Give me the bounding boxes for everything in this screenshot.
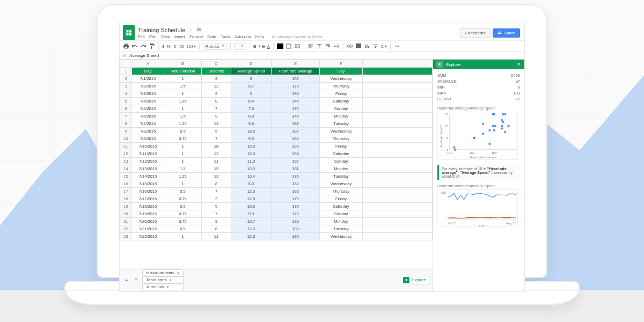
row-header[interactable]: 16 bbox=[120, 180, 132, 188]
row-header[interactable]: 23 bbox=[120, 233, 132, 240]
cell[interactable]: 176 bbox=[272, 210, 320, 218]
cell[interactable]: Saturday bbox=[320, 150, 363, 158]
cell[interactable]: Friday bbox=[320, 195, 363, 203]
cell[interactable]: 12.0 bbox=[231, 195, 272, 203]
cell[interactable]: 10.7 bbox=[231, 218, 272, 225]
header-cell[interactable]: Day bbox=[132, 68, 164, 75]
cell[interactable]: Wednesday bbox=[320, 233, 363, 240]
cell[interactable]: 0.5 bbox=[164, 128, 202, 135]
cell[interactable]: 0.5 bbox=[164, 203, 202, 210]
cell[interactable]: 7/3/2015 bbox=[132, 90, 164, 98]
cell[interactable]: 0.75 bbox=[164, 218, 202, 225]
cell[interactable]: 9.3 bbox=[231, 135, 272, 143]
cell[interactable]: Tuesday bbox=[320, 225, 363, 233]
header-cell[interactable]: Heart rate average bbox=[272, 68, 320, 75]
borders-icon[interactable] bbox=[286, 43, 292, 49]
cell[interactable]: 12.0 bbox=[231, 225, 272, 233]
column-header-A[interactable]: A bbox=[132, 60, 164, 68]
cell[interactable]: Sunday bbox=[320, 158, 363, 165]
cell[interactable]: 10.4 bbox=[231, 173, 272, 180]
cell[interactable]: 6.4 bbox=[231, 98, 272, 105]
cell[interactable]: 7/13/2015 bbox=[132, 165, 164, 173]
cell[interactable]: 7/11/2015 bbox=[132, 150, 164, 158]
cell[interactable]: Monday bbox=[320, 165, 363, 173]
add-sheet-button[interactable]: ＋ bbox=[123, 277, 130, 283]
cell[interactable]: 7/19/2015 bbox=[132, 210, 164, 218]
undo-icon[interactable] bbox=[131, 43, 138, 49]
cell[interactable]: 13 bbox=[202, 83, 231, 90]
cell[interactable]: 1.5 bbox=[164, 83, 202, 90]
cell[interactable]: 1 bbox=[164, 75, 202, 83]
italic-icon[interactable]: I bbox=[259, 44, 260, 49]
row-header[interactable]: 1 bbox=[120, 68, 132, 75]
cell[interactable]: 193 bbox=[272, 143, 320, 150]
row-header[interactable]: 15 bbox=[120, 173, 132, 180]
close-icon[interactable]: ✕ bbox=[517, 62, 521, 67]
row-header[interactable]: 6 bbox=[120, 105, 132, 113]
menu-help[interactable]: Help bbox=[255, 34, 264, 39]
cell[interactable]: 9 bbox=[202, 90, 231, 98]
text-wrap-icon[interactable] bbox=[325, 43, 331, 49]
cell[interactable]: 1 bbox=[164, 233, 202, 240]
cell[interactable]: Monday bbox=[320, 113, 363, 120]
cell[interactable]: 10.0 bbox=[231, 143, 272, 150]
cell[interactable]: 13 bbox=[202, 173, 231, 180]
header-cell[interactable]: Distance bbox=[202, 68, 231, 75]
row-header[interactable]: 8 bbox=[120, 120, 132, 128]
insert-comment-icon[interactable] bbox=[355, 43, 362, 49]
cell[interactable]: 12 bbox=[202, 150, 231, 158]
cell[interactable]: 10.0 bbox=[231, 165, 272, 173]
menu-file[interactable]: File bbox=[138, 34, 145, 39]
cell[interactable]: 179 bbox=[272, 195, 320, 203]
cell[interactable]: 9.6 bbox=[231, 120, 272, 128]
insert-chart-icon[interactable] bbox=[364, 43, 370, 49]
cell[interactable]: 7/7/2015 bbox=[132, 120, 164, 128]
functions-icon[interactable]: Σ ▾ bbox=[381, 44, 387, 49]
line-chart-card[interactable]: Heart rate average/Average Speed 200Jul … bbox=[437, 184, 520, 228]
redo-icon[interactable] bbox=[140, 43, 147, 49]
sheet-tab[interactable]: June/July▼ bbox=[142, 283, 184, 290]
row-header[interactable]: 11 bbox=[120, 143, 132, 150]
cell[interactable]: 176 bbox=[272, 105, 320, 113]
cell[interactable]: 12.0 bbox=[231, 150, 272, 158]
column-header-E[interactable]: E bbox=[272, 60, 320, 68]
menu-data[interactable]: Data bbox=[207, 34, 216, 39]
cell[interactable]: 10.0 bbox=[231, 128, 272, 135]
scatter-chart-card[interactable]: Heart rate average/Average Speed 6810121… bbox=[437, 106, 520, 161]
cell[interactable]: 190 bbox=[272, 90, 320, 98]
cell[interactable]: 0.75 bbox=[164, 135, 202, 143]
row-header[interactable]: 3 bbox=[120, 83, 132, 90]
cell[interactable]: 180 bbox=[272, 135, 320, 143]
row-header[interactable]: 9 bbox=[120, 128, 132, 135]
cell[interactable]: 7/9/2015 bbox=[132, 135, 164, 143]
row-header[interactable]: 10 bbox=[120, 135, 132, 143]
row-header[interactable]: 17 bbox=[120, 188, 132, 195]
cell[interactable]: Wednesday bbox=[320, 128, 363, 135]
cell[interactable]: Thursday bbox=[320, 135, 363, 143]
filter-icon[interactable] bbox=[372, 43, 379, 49]
cell[interactable]: 1 bbox=[164, 105, 202, 113]
cell[interactable]: 187 bbox=[272, 158, 320, 165]
cell[interactable]: 0.25 bbox=[164, 195, 202, 203]
cell[interactable]: 10.0 bbox=[231, 203, 272, 210]
cell[interactable]: 12.0 bbox=[231, 188, 272, 195]
text-rotation-icon[interactable] bbox=[333, 43, 340, 49]
cell[interactable]: 8 bbox=[202, 180, 231, 188]
column-header-D[interactable]: D bbox=[231, 60, 272, 68]
insert-link-icon[interactable] bbox=[347, 43, 353, 49]
row-header[interactable]: 13 bbox=[120, 158, 132, 165]
cell[interactable]: 8 bbox=[202, 98, 231, 105]
cell[interactable]: 3 bbox=[202, 195, 231, 203]
cell[interactable]: 0.75 bbox=[164, 210, 202, 218]
cell[interactable]: 7/15/2015 bbox=[132, 180, 164, 188]
row-header[interactable]: 18 bbox=[120, 195, 132, 203]
row-header[interactable]: 14 bbox=[120, 165, 132, 173]
row-header[interactable]: 22 bbox=[120, 225, 132, 233]
cell[interactable]: 6 bbox=[202, 225, 231, 233]
paint-format-icon[interactable] bbox=[149, 43, 155, 49]
currency-icon[interactable]: $ bbox=[162, 44, 164, 49]
cell[interactable]: 7 bbox=[202, 188, 231, 195]
cell[interactable]: 8 bbox=[202, 218, 231, 225]
document-title[interactable]: Training Schedule bbox=[138, 27, 185, 33]
cell[interactable]: 9 bbox=[202, 113, 231, 120]
